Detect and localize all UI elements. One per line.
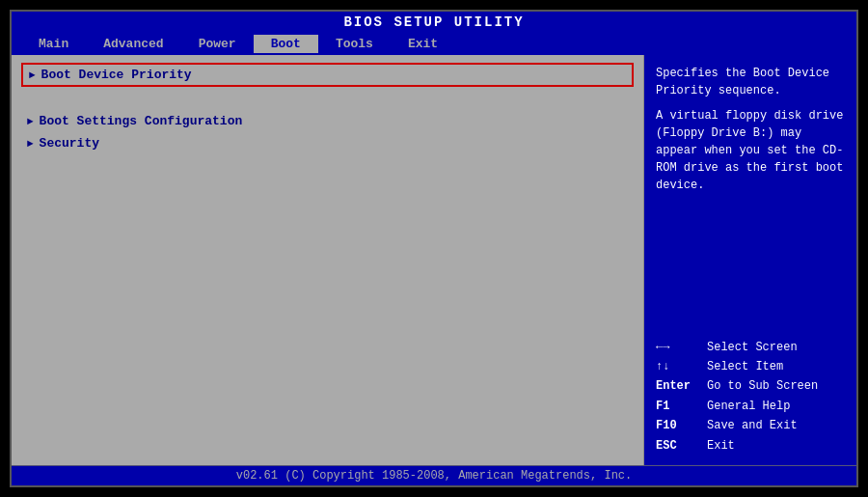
shortcut-desc-1: Select Item [707, 357, 783, 376]
footer-label: v02.61 (C) Copyright 1985-2008, American… [236, 469, 632, 483]
entry-boot-device-priority[interactable]: ► Boot Device Priority [21, 63, 634, 87]
title-label: BIOS SETUP UTILITY [343, 14, 524, 30]
shortcut-key-5: ESC [656, 436, 699, 456]
shortcuts-area: ←→ Select Screen ↑↓ Select Item Enter Go… [656, 338, 845, 456]
menu-item-power[interactable]: Power [181, 35, 254, 53]
title-bar: BIOS SETUP UTILITY [12, 12, 856, 33]
shortcut-row-4: F10 Save and Exit [656, 416, 845, 435]
entry-label-boot-settings-configuration: Boot Settings Configuration [40, 114, 243, 128]
shortcut-desc-3: General Help [707, 397, 790, 416]
shortcut-row-2: Enter Go to Sub Screen [656, 376, 845, 396]
content-area: ► Boot Device Priority ► Hard Disk Drive… [12, 55, 856, 465]
shortcut-key-3: F1 [656, 397, 699, 416]
entry-label-boot-device-priority: Boot Device Priority [41, 68, 192, 82]
entry-security[interactable]: ► Security [21, 133, 634, 153]
arrow-icon-boot-device-priority: ► [29, 69, 36, 81]
shortcut-row-0: ←→ Select Screen [656, 338, 845, 357]
left-panel: ► Boot Device Priority ► Hard Disk Drive… [12, 55, 644, 465]
help-text-line-2: A virtual floppy disk drive (Floppy Driv… [656, 107, 845, 194]
help-text-line-1: Specifies the Boot Device Priority seque… [656, 65, 845, 99]
menu-item-exit[interactable]: Exit [391, 35, 455, 53]
menu-item-advanced[interactable]: Advanced [86, 35, 180, 53]
footer: v02.61 (C) Copyright 1985-2008, American… [12, 466, 856, 485]
shortcut-desc-5: Exit [707, 436, 735, 456]
arrow-icon-boot-settings: ► [27, 116, 34, 127]
shortcut-key-0: ←→ [656, 338, 699, 357]
menu-item-boot[interactable]: Boot [254, 35, 318, 53]
menu-item-main[interactable]: Main [21, 35, 86, 53]
bios-container: BIOS SETUP UTILITY Main Advanced Power B… [10, 10, 858, 487]
right-panel: Specifies the Boot Device Priority seque… [644, 55, 856, 465]
shortcut-key-2: Enter [656, 376, 699, 396]
arrow-icon-security: ► [27, 138, 34, 150]
shortcut-row-3: F1 General Help [656, 397, 845, 416]
help-text-area: Specifies the Boot Device Priority seque… [656, 65, 845, 338]
shortcut-desc-4: Save and Exit [707, 416, 798, 435]
shortcut-key-4: F10 [656, 416, 699, 435]
shortcut-key-1: ↑↓ [656, 357, 699, 376]
shortcut-desc-0: Select Screen [707, 338, 798, 357]
entry-label-security: Security [40, 136, 99, 151]
menu-bar: Main Advanced Power Boot Tools Exit [12, 33, 856, 55]
menu-item-tools[interactable]: Tools [318, 35, 391, 53]
entry-boot-settings-configuration[interactable]: ► Boot Settings Configuration [21, 111, 634, 131]
shortcut-desc-2: Go to Sub Screen [707, 376, 818, 396]
shortcut-row-5: ESC Exit [656, 436, 845, 456]
shortcut-row-1: ↑↓ Select Item [656, 357, 845, 376]
